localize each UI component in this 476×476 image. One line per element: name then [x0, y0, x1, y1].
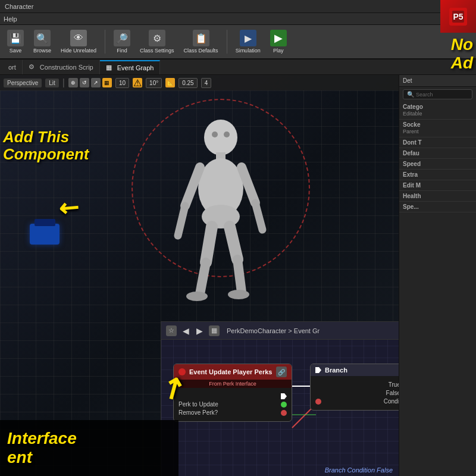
health-section: Health [399, 191, 476, 202]
lit-button[interactable]: Lit [45, 79, 59, 87]
find-button[interactable]: 🔎 Find [110, 27, 134, 56]
branch-node-header: Branch [311, 364, 399, 376]
search-placeholder: Search [416, 92, 433, 98]
branch-condition-label: Condition [384, 398, 399, 405]
menu-item-help[interactable]: Help [4, 15, 17, 23]
branch-condition-pin-row: Condition [315, 398, 399, 405]
remove-perk-pin-row: Remove Perk? [178, 409, 287, 416]
parent-item[interactable]: Parent [403, 128, 472, 135]
event-node-body: Perk to Update Remove Perk? [174, 388, 292, 421]
construction-script-icon: ⚙ [29, 63, 37, 71]
extra-section: Extra [399, 170, 476, 180]
title-bar: Character [0, 0, 476, 13]
character-svg [167, 111, 274, 301]
vp-icon-grid[interactable]: ▦ [102, 78, 112, 87]
tab-construction-script[interactable]: ⚙ Construction Scrip [23, 60, 100, 74]
bp-back-button[interactable]: ◀ [181, 326, 190, 336]
svg-line-19 [292, 409, 311, 428]
socket-section: Socke Parent [399, 120, 476, 137]
snap-input[interactable]: 0.25 [178, 78, 197, 88]
blueprint-panel: ☆ ◀ ▶ ▦ PerkDemoCharacter > Event Gr [161, 321, 399, 476]
speed2-section: Spe... [399, 202, 476, 212]
note-annotation: No Ad [451, 36, 476, 73]
editable-item[interactable]: Editable [403, 110, 472, 117]
port-tab[interactable]: ort [2, 60, 23, 74]
blueprint-toolbar: ☆ ◀ ▶ ▦ PerkDemoCharacter > Event Gr [161, 322, 399, 340]
vp-icon-1[interactable]: ⊕ [68, 78, 78, 87]
bp-grid-icon[interactable]: ▦ [209, 325, 220, 336]
svg-line-10 [200, 262, 206, 294]
save-icon: 💾 [7, 30, 24, 46]
bp-forward-button[interactable]: ▶ [195, 326, 204, 336]
scale-input[interactable]: 4 [201, 78, 212, 88]
default-section: Defau [399, 148, 476, 159]
svg-point-0 [204, 120, 237, 155]
menu-bar: Help [0, 13, 476, 25]
branch-false-pin-row: False [315, 390, 399, 396]
bp-bookmark-icon[interactable]: ☆ [166, 325, 177, 336]
exec-pin-row [178, 393, 287, 399]
branch-condition-dot [315, 399, 321, 405]
event-update-player-perks-node[interactable]: Event Update Player Perks 🔗 From Perk In… [173, 364, 292, 422]
perspective-button[interactable]: Perspective [4, 79, 42, 87]
grid-size-input[interactable]: 10 [115, 78, 129, 88]
toolbar-separator-2 [227, 30, 227, 54]
hide-unrelated-button[interactable]: 👁 Hide Unrelated [57, 27, 100, 56]
branch-node-title: Branch [325, 367, 347, 374]
tab-event-graph[interactable]: ▦ Event Graph [100, 60, 161, 74]
find-icon: 🔎 [114, 30, 130, 46]
logo-cube: P5 [440, 0, 476, 33]
category-section: Catego Editable [399, 102, 476, 120]
vr-headset-object [30, 224, 60, 245]
class-settings-button[interactable]: ⚙ Class Settings [136, 27, 178, 56]
annotation-interface: Interface ent [0, 420, 178, 476]
svg-line-9 [230, 227, 237, 259]
branch-true-label: True [389, 381, 399, 388]
logo-svg: P5 [446, 5, 470, 29]
class-settings-icon: ⚙ [149, 30, 165, 46]
simulation-icon: ▶ [240, 30, 256, 46]
rotation-input[interactable]: 10° [146, 78, 162, 88]
class-defaults-icon: 📋 [193, 30, 209, 46]
toolbar: 💾 Save 🔍 Browse 👁 Hide Unrelated 🔎 Find … [0, 25, 476, 60]
browse-button[interactable]: 🔍 Browse [30, 27, 55, 56]
perk-update-pin [281, 402, 287, 408]
svg-text:P5: P5 [453, 12, 463, 21]
details-search-bar[interactable]: 🔍 Search [403, 89, 472, 99]
play-icon: ▶ [270, 30, 287, 46]
vp-warning-icon: ⚠ [133, 78, 142, 87]
svg-line-11 [237, 259, 242, 292]
speed-section: Speed [399, 159, 476, 170]
vp-separator-1: | [62, 77, 65, 88]
simulation-button[interactable]: ▶ Simulation [232, 27, 264, 56]
perk-update-pin-row: Perk to Update [178, 401, 287, 408]
event-node-icon [178, 368, 186, 375]
vp-icon-3[interactable]: ↗ [91, 78, 101, 87]
blueprint-graph[interactable]: Event Update Player Perks 🔗 From Perk In… [161, 340, 399, 476]
branch-exec-in-pin [315, 367, 321, 373]
tab-bar: ort ⚙ Construction Scrip ▦ Event Graph [0, 60, 476, 75]
branch-node-body: True False Condition [311, 376, 399, 410]
hide-unrelated-icon: 👁 [70, 30, 87, 46]
play-button[interactable]: ▶ Play [267, 27, 290, 56]
save-button[interactable]: 💾 Save [4, 27, 27, 56]
branch-false-label: False [386, 390, 399, 396]
event-node-subtitle: From Perk Interface [174, 380, 292, 388]
viewport[interactable]: Perspective Lit | ⊕ ↺ ↗ ▦ 10 ⚠ 10° 📐 0.2… [0, 75, 399, 476]
remove-perk-pin [281, 410, 287, 416]
event-node-header: Event Update Player Perks 🔗 [174, 364, 292, 380]
svg-point-12 [186, 292, 208, 301]
dont-section: Dont T [399, 137, 476, 148]
svg-point-15 [224, 131, 230, 137]
vp-icon-2[interactable]: ↺ [80, 78, 89, 87]
class-defaults-button[interactable]: 📋 Class Defaults [180, 27, 222, 56]
branch-node[interactable]: Branch True False Conditio [310, 364, 399, 411]
exec-out-pin [281, 393, 287, 399]
vp-snap-icon: 📐 [165, 78, 175, 87]
right-panel: Det 🔍 Search Catego Editable Socke Paren… [399, 75, 476, 476]
annotation-add-component: Add This Component [3, 129, 89, 162]
svg-line-4 [242, 167, 255, 203]
svg-line-8 [206, 227, 212, 262]
main-area: Perspective Lit | ⊕ ↺ ↗ ▦ 10 ⚠ 10° 📐 0.2… [0, 75, 476, 476]
blueprint-breadcrumb: PerkDemoCharacter > Event Gr [227, 327, 320, 334]
